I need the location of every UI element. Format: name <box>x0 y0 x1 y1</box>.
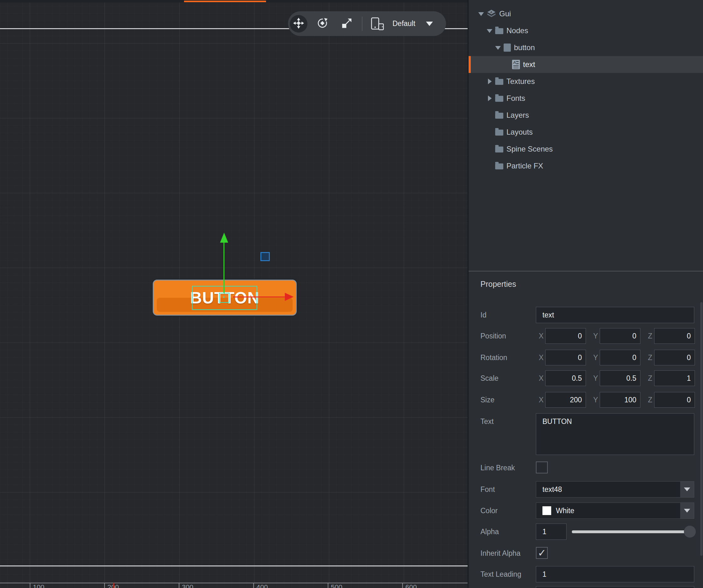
gui-editor-window: BUTTON 100 200 300 400 500 600 <box>0 0 703 588</box>
property-row-inherit-alpha: Inherit Alpha <box>469 547 703 560</box>
move-gizmo-x-arrowhead[interactable] <box>285 293 294 301</box>
move-gizmo-center-handle[interactable] <box>219 293 229 303</box>
outline-item-button[interactable]: button <box>469 39 703 56</box>
property-row-color: Color White <box>469 503 703 519</box>
gui-bounds-bottom-line <box>0 566 469 566</box>
text-label: Text <box>480 413 493 430</box>
alpha-input[interactable] <box>536 523 566 540</box>
layout-selector-value[interactable]: Default <box>392 19 415 28</box>
outline-item-label: Nodes <box>506 26 528 35</box>
scale-y-input[interactable] <box>600 370 640 386</box>
property-row-partial <box>469 586 703 588</box>
text-leading-label: Text Leading <box>480 566 521 582</box>
rotation-y-input[interactable] <box>600 350 640 365</box>
chevron-down-icon <box>684 509 690 513</box>
property-row-id: Id <box>469 307 703 323</box>
alpha-slider-track[interactable] <box>572 530 693 533</box>
text-input[interactable]: BUTTON <box>536 413 694 455</box>
expander-down-icon[interactable] <box>495 44 501 51</box>
rotate-tool-button[interactable] <box>314 15 331 32</box>
id-input[interactable] <box>536 307 694 323</box>
id-label: Id <box>480 307 486 323</box>
alpha-slider-handle[interactable] <box>684 526 696 537</box>
ruler-label: 100 <box>33 583 45 588</box>
outline-tree: A Gui Nodes button text <box>469 5 703 174</box>
color-dropdown[interactable]: White <box>536 503 694 519</box>
outline-item-label: Particle FX <box>506 161 543 170</box>
rotation-x-input[interactable] <box>545 350 586 365</box>
axis-x-label: X <box>538 354 544 362</box>
move-gizmo-x-axis[interactable] <box>233 296 285 297</box>
size-label: Size <box>480 392 494 408</box>
outline-item-label: Textures <box>506 77 535 86</box>
property-row-text: Text BUTTON <box>469 413 703 455</box>
size-z-input[interactable] <box>654 392 695 408</box>
text-leading-input[interactable] <box>536 566 694 582</box>
outline-item-layouts[interactable]: Layouts <box>469 124 703 141</box>
active-tab-indicator <box>184 1 266 2</box>
property-row-rotation: Rotation X Y Z <box>469 350 703 366</box>
scene-viewport[interactable]: BUTTON 100 200 300 400 500 600 <box>0 0 469 588</box>
position-z-input[interactable] <box>654 328 695 344</box>
outline-item-label: Spine Scenes <box>506 145 553 153</box>
folder-icon <box>495 146 503 152</box>
color-dropdown-value: White <box>556 507 574 515</box>
expander-down-icon[interactable] <box>486 27 493 34</box>
ruler-tick <box>104 583 105 588</box>
outline-item-fonts[interactable]: Fonts <box>469 90 703 107</box>
outline-item-label: Layers <box>506 111 529 120</box>
scale-z-input[interactable] <box>654 370 695 386</box>
outline-item-spine-scenes[interactable]: Spine Scenes <box>469 141 703 157</box>
ruler-baseline <box>0 583 469 583</box>
outline-item-layers[interactable]: Layers <box>469 107 703 124</box>
rotation-z-input[interactable] <box>654 350 695 365</box>
inherit-alpha-checkbox[interactable] <box>536 547 548 559</box>
outline-item-nodes[interactable]: Nodes <box>469 22 703 39</box>
ruler-tick <box>179 583 179 588</box>
panel-section-divider <box>469 271 703 272</box>
dropdown-arrow-button[interactable] <box>680 482 694 497</box>
folder-icon <box>495 27 503 34</box>
scale-x-input[interactable] <box>545 370 586 386</box>
expander-right-icon[interactable] <box>486 95 493 102</box>
expander-right-icon[interactable] <box>486 78 493 85</box>
outline-item-text[interactable]: text <box>469 56 703 73</box>
ruler-label: 600 <box>405 583 417 588</box>
axis-z-label: Z <box>647 354 653 362</box>
ruler-tick <box>402 583 403 588</box>
folder-icon <box>495 112 503 119</box>
property-row-line-break: Line Break <box>469 461 703 474</box>
alpha-label: Alpha <box>480 523 499 540</box>
property-row-size: Size X Y Z <box>469 392 703 408</box>
gui-icon: A <box>487 9 496 18</box>
outline-item-gui[interactable]: A Gui <box>469 5 703 22</box>
right-panel: A Gui Nodes button text <box>469 0 703 588</box>
viewport-toolbar: Default <box>288 11 446 36</box>
layout-dropdown-caret[interactable] <box>426 22 433 26</box>
outline-item-label: button <box>514 43 535 52</box>
move-gizmo-y-arrowhead[interactable] <box>220 233 228 243</box>
move-tool-button[interactable] <box>290 15 307 32</box>
line-break-label: Line Break <box>480 461 515 474</box>
scale-tool-button[interactable] <box>338 15 356 32</box>
position-y-input[interactable] <box>600 328 640 344</box>
layout-device-icon <box>369 17 386 31</box>
ruler-tick <box>328 583 328 588</box>
ruler-label: 400 <box>256 583 268 588</box>
anchor-handle[interactable] <box>260 252 270 261</box>
folder-icon <box>495 163 503 169</box>
move-gizmo-y-axis[interactable] <box>224 242 224 293</box>
outline-item-label: Layouts <box>506 128 533 137</box>
font-dropdown[interactable]: text48 <box>536 481 694 498</box>
dropdown-arrow-button[interactable] <box>680 503 694 518</box>
outline-item-textures[interactable]: Textures <box>469 73 703 90</box>
size-y-input[interactable] <box>600 392 640 408</box>
outline-item-particle-fx[interactable]: Particle FX <box>469 157 703 174</box>
expander-down-icon[interactable] <box>478 10 484 17</box>
line-break-checkbox[interactable] <box>536 461 548 473</box>
scale-label: Scale <box>480 370 498 386</box>
axis-y-label: Y <box>593 354 599 362</box>
axis-y-label: Y <box>593 332 599 340</box>
position-x-input[interactable] <box>545 328 586 344</box>
size-x-input[interactable] <box>545 392 586 408</box>
